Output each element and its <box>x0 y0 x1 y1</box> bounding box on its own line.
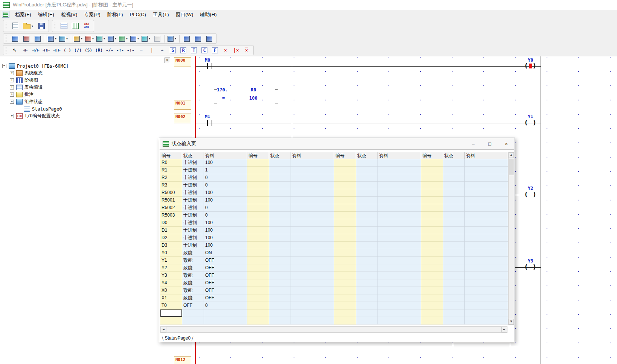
status-cell[interactable]: 致能 <box>182 264 204 272</box>
dropdown-arrow-icon[interactable]: ▼ <box>137 37 140 40</box>
status-cell[interactable] <box>182 317 204 325</box>
status-cell[interactable] <box>291 309 334 317</box>
status-cell[interactable] <box>291 279 334 287</box>
dropdown-arrow-icon[interactable]: ▼ <box>148 37 151 40</box>
status-cell[interactable] <box>465 272 508 279</box>
status-cell[interactable]: 十进制 <box>182 204 204 212</box>
status-cell[interactable] <box>334 167 356 174</box>
status-cell[interactable] <box>334 272 356 279</box>
status-cell[interactable] <box>269 317 291 325</box>
status-cell[interactable]: 十进制 <box>182 234 204 242</box>
status-cell[interactable]: 致能 <box>182 272 204 279</box>
status-cell[interactable] <box>269 204 291 212</box>
status-cell[interactable] <box>247 212 269 219</box>
dropdown-arrow-icon[interactable]: ▼ <box>174 37 177 40</box>
status-cell[interactable] <box>421 257 443 264</box>
status-cell[interactable]: 0 <box>204 174 247 182</box>
coil-y0-icon[interactable]: ) <box>533 63 536 69</box>
compare-ra-label[interactable]: R0 <box>251 87 256 93</box>
status-cell[interactable] <box>378 242 421 249</box>
status-cell[interactable] <box>421 287 443 294</box>
status-cell[interactable] <box>465 287 508 294</box>
dropdown-arrow-icon[interactable]: ▼ <box>103 37 106 40</box>
column-header-资料[interactable]: 资料 <box>291 152 334 159</box>
status-cell[interactable] <box>421 227 443 234</box>
delete-column-tool[interactable]: |× <box>231 46 241 55</box>
status-cell[interactable] <box>443 189 465 197</box>
status-cell[interactable]: R3 <box>160 182 182 189</box>
title-bar[interactable]: WinProLadder [永宏PLC程序.pdw] - [阶梯图 - 主单元一… <box>0 0 617 10</box>
query-2-button[interactable] <box>193 34 203 43</box>
tree-expander[interactable]: + <box>10 93 14 97</box>
coil-y0-label[interactable]: Y0 <box>528 58 533 63</box>
status-cell[interactable] <box>421 279 443 287</box>
status-cell[interactable] <box>356 227 378 234</box>
status-cell[interactable] <box>443 302 465 309</box>
status-cell[interactable] <box>443 249 465 257</box>
status-cell[interactable] <box>247 294 269 302</box>
status-cell[interactable] <box>269 159 291 167</box>
column-header-状态[interactable]: 状态 <box>356 152 378 159</box>
or6-and-button[interactable]: OR6 AND <box>81 21 92 31</box>
status-cell[interactable] <box>247 272 269 279</box>
pencil-tool-button[interactable]: ▼ <box>73 34 84 43</box>
status-cell[interactable] <box>334 227 356 234</box>
status-cell[interactable] <box>443 227 465 234</box>
status-cell[interactable] <box>269 212 291 219</box>
ladder-window-button[interactable] <box>58 21 70 31</box>
status-cell[interactable]: D2 <box>160 234 182 242</box>
status-cell[interactable] <box>378 302 421 309</box>
status-cell[interactable]: 100 <box>204 159 247 167</box>
query-1-button[interactable] <box>181 34 192 43</box>
status-cell[interactable]: 0 <box>204 182 247 189</box>
status-cell[interactable] <box>378 317 421 325</box>
contact-no-tool[interactable]: ⊣⊢ <box>20 46 30 55</box>
open-file-button[interactable]: ▼ <box>21 21 36 31</box>
scroll-down-button[interactable]: ▼ <box>509 319 514 325</box>
status-cell[interactable] <box>269 294 291 302</box>
tree-expander[interactable]: + <box>10 78 14 82</box>
status-cell[interactable]: R1 <box>160 167 182 174</box>
status-cell[interactable] <box>356 257 378 264</box>
status-cell[interactable]: OFF <box>204 264 247 272</box>
status-cell[interactable]: ON <box>204 249 247 257</box>
status-cell[interactable] <box>269 309 291 317</box>
status-cell[interactable] <box>421 242 443 249</box>
status-cell[interactable]: Y3 <box>160 272 182 279</box>
status-cell[interactable]: OFF <box>204 294 247 302</box>
status-cell[interactable] <box>247 197 269 204</box>
status-cell[interactable] <box>247 219 269 227</box>
status-cell[interactable] <box>334 317 356 325</box>
status-cell[interactable] <box>356 234 378 242</box>
status-cell[interactable] <box>378 227 421 234</box>
status-cell[interactable] <box>334 309 356 317</box>
status-cell[interactable] <box>378 287 421 294</box>
minimize-button[interactable]: – <box>465 138 481 149</box>
status-cell[interactable] <box>269 279 291 287</box>
status-cell[interactable] <box>247 279 269 287</box>
status-cell[interactable] <box>334 242 356 249</box>
status-cell[interactable] <box>378 257 421 264</box>
dialog-title-bar[interactable]: 状态输入页 – □ × <box>159 138 515 149</box>
status-cell[interactable] <box>334 264 356 272</box>
save-button[interactable] <box>36 21 47 31</box>
status-cell[interactable]: 0 <box>204 302 247 309</box>
status-cell[interactable] <box>378 249 421 257</box>
status-cell[interactable]: Y4 <box>160 279 182 287</box>
status-cell[interactable] <box>291 189 334 197</box>
status-cell[interactable] <box>334 219 356 227</box>
compare-fun-label[interactable]: 170. <box>217 87 228 93</box>
status-cell[interactable] <box>378 234 421 242</box>
tree-expander[interactable]: − <box>2 64 6 68</box>
status-cell[interactable]: R2 <box>160 174 182 182</box>
status-cell[interactable] <box>247 287 269 294</box>
status-cell[interactable] <box>443 167 465 174</box>
status-cell[interactable] <box>247 189 269 197</box>
status-cell[interactable]: 十进制 <box>182 167 204 174</box>
status-cell[interactable]: 致能 <box>182 294 204 302</box>
status-cell[interactable] <box>421 167 443 174</box>
status-cell[interactable] <box>421 189 443 197</box>
status-cell[interactable] <box>247 182 269 189</box>
menu-item-5[interactable]: 阶梯(L) <box>104 10 126 19</box>
status-cell[interactable] <box>247 227 269 234</box>
